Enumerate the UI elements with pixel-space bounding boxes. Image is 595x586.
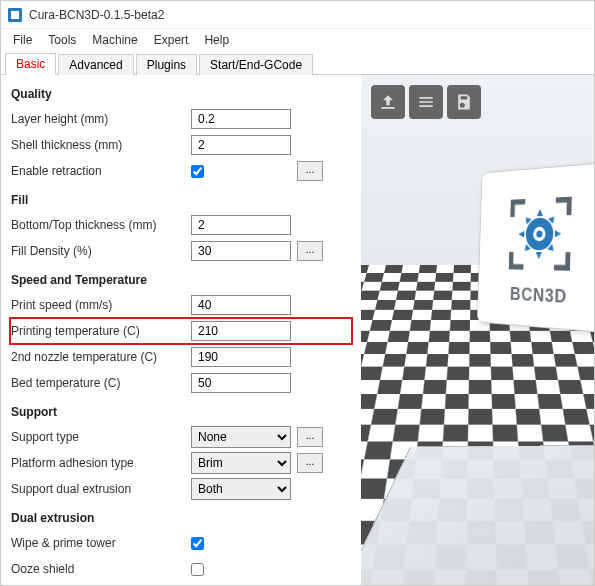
viewport-3d[interactable]: BCN3D — [361, 75, 594, 585]
content-area: Quality Layer height (mm) Shell thicknes… — [1, 75, 594, 585]
tab-advanced[interactable]: Advanced — [58, 54, 133, 75]
tab-start-end-gcode[interactable]: Start/End-GCode — [199, 54, 313, 75]
label-enable-retraction: Enable retraction — [11, 164, 191, 178]
section-support: Support — [11, 405, 351, 419]
input-layer-height[interactable] — [191, 109, 291, 129]
label-print-speed: Print speed (mm/s) — [11, 298, 191, 312]
label-support-type: Support type — [11, 430, 191, 444]
input-nozzle2-temperature[interactable] — [191, 347, 291, 367]
label-ooze-shield: Ooze shield — [11, 562, 191, 576]
menu-bar: File Tools Machine Expert Help — [1, 29, 594, 51]
row-layer-height: Layer height (mm) — [11, 107, 351, 131]
row-bottom-top-thickness: Bottom/Top thickness (mm) — [11, 213, 351, 237]
input-shell-thickness[interactable] — [191, 135, 291, 155]
tab-bar: Basic Advanced Plugins Start/End-GCode — [1, 51, 594, 75]
label-bottom-top-thickness: Bottom/Top thickness (mm) — [11, 218, 191, 232]
input-bottom-top-thickness[interactable] — [191, 215, 291, 235]
row-wipe-prime-tower: Wipe & prime tower — [11, 531, 351, 555]
retraction-settings-button[interactable]: ... — [297, 161, 323, 181]
viewport-toolbar — [371, 85, 481, 119]
section-dual-extrusion: Dual extrusion — [11, 511, 351, 525]
checkbox-enable-retraction[interactable] — [191, 165, 204, 178]
label-wipe-prime-tower: Wipe & prime tower — [11, 536, 191, 550]
tab-plugins[interactable]: Plugins — [136, 54, 197, 75]
input-bed-temperature[interactable] — [191, 373, 291, 393]
support-settings-button[interactable]: ... — [297, 427, 323, 447]
label-support-dual-extrusion: Support dual extrusion — [11, 482, 191, 496]
adhesion-settings-button[interactable]: ... — [297, 453, 323, 473]
label-printing-temperature: Printing temperature (C) — [11, 324, 191, 338]
input-fill-density[interactable] — [191, 241, 291, 261]
window-title: Cura-BCN3D-0.1.5-beta2 — [29, 8, 164, 22]
svg-rect-1 — [11, 11, 19, 19]
fill-settings-button[interactable]: ... — [297, 241, 323, 261]
menu-help[interactable]: Help — [196, 31, 237, 49]
title-bar: Cura-BCN3D-0.1.5-beta2 — [1, 1, 594, 29]
bcn3d-logo-card: BCN3D — [477, 162, 594, 333]
row-enable-retraction: Enable retraction ... — [11, 159, 351, 183]
input-print-speed[interactable] — [191, 295, 291, 315]
row-ooze-shield: Ooze shield — [11, 557, 351, 581]
section-fill: Fill — [11, 193, 351, 207]
label-layer-height: Layer height (mm) — [11, 112, 191, 126]
load-model-button[interactable] — [371, 85, 405, 119]
checkbox-ooze-shield[interactable] — [191, 563, 204, 576]
menu-machine[interactable]: Machine — [84, 31, 145, 49]
row-support-type: Support type None ... — [11, 425, 351, 449]
settings-panel: Quality Layer height (mm) Shell thicknes… — [1, 75, 361, 585]
section-quality: Quality — [11, 87, 351, 101]
select-support-type[interactable]: None — [191, 426, 291, 448]
select-support-dual-extrusion[interactable]: Both — [191, 478, 291, 500]
row-print-speed: Print speed (mm/s) — [11, 293, 351, 317]
select-platform-adhesion[interactable]: Brim — [191, 452, 291, 474]
menu-file[interactable]: File — [5, 31, 40, 49]
label-bed-temperature: Bed temperature (C) — [11, 376, 191, 390]
tab-basic[interactable]: Basic — [5, 53, 56, 75]
label-platform-adhesion: Platform adhesion type — [11, 456, 191, 470]
label-nozzle2-temperature: 2nd nozzle temperature (C) — [11, 350, 191, 364]
app-window: Cura-BCN3D-0.1.5-beta2 File Tools Machin… — [0, 0, 595, 586]
row-fill-density: Fill Density (%) ... — [11, 239, 351, 263]
menu-expert[interactable]: Expert — [146, 31, 197, 49]
view-mode-button[interactable] — [409, 85, 443, 119]
app-icon — [7, 7, 23, 23]
label-shell-thickness: Shell thickness (mm) — [11, 138, 191, 152]
brand-label: BCN3D — [510, 283, 568, 307]
gear-icon — [501, 186, 580, 279]
menu-tools[interactable]: Tools — [40, 31, 84, 49]
input-printing-temperature[interactable] — [191, 321, 291, 341]
section-speed-temperature: Speed and Temperature — [11, 273, 351, 287]
checkbox-wipe-prime-tower[interactable] — [191, 537, 204, 550]
row-platform-adhesion: Platform adhesion type Brim ... — [11, 451, 351, 475]
row-support-dual-extrusion: Support dual extrusion Both — [11, 477, 351, 501]
save-button[interactable] — [447, 85, 481, 119]
row-shell-thickness: Shell thickness (mm) — [11, 133, 351, 157]
row-bed-temperature: Bed temperature (C) — [11, 371, 351, 395]
label-fill-density: Fill Density (%) — [11, 244, 191, 258]
row-printing-temperature: Printing temperature (C) — [11, 319, 351, 343]
row-nozzle2-temperature: 2nd nozzle temperature (C) — [11, 345, 351, 369]
